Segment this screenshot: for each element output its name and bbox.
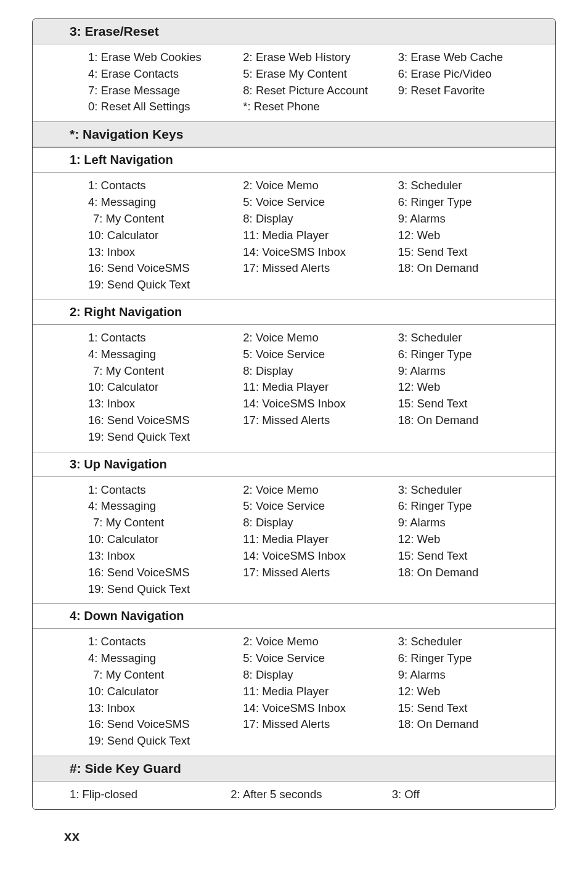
col2: 2: Voice Memo 5: Voice Service 8: Displa… bbox=[243, 178, 393, 293]
col3: 3: Scheduler 6: Ringer Type 9: Alarms 12… bbox=[398, 178, 548, 293]
list-item: 16: Send VoiceSMS bbox=[88, 412, 238, 429]
col1: 1: Contacts 4: Messaging 7: My Content 1… bbox=[88, 482, 238, 598]
col3: 3: Scheduler 6: Ringer Type 9: Alarms 12… bbox=[398, 330, 548, 446]
sub-left-navigation: 1: Left Navigation bbox=[33, 147, 555, 173]
list-item: 5: Erase My Content bbox=[243, 66, 393, 83]
content-table: 3: Erase/Reset 1: Erase Web Cookies 4: E… bbox=[32, 18, 556, 810]
list-item: 18: On Demand bbox=[398, 565, 548, 581]
list-item: 17: Missed Alerts bbox=[243, 565, 393, 581]
list-item: 8: Display bbox=[243, 363, 393, 380]
list-item: 13: Inbox bbox=[88, 244, 238, 261]
side-key-items: 1: Flip-closed 2: After 5 seconds 3: Off bbox=[33, 782, 555, 809]
list-item: 7: My Content bbox=[88, 667, 238, 684]
list-item: 13: Inbox bbox=[88, 396, 238, 412]
list-item: 9: Alarms bbox=[398, 515, 548, 531]
list-item: 4: Erase Contacts bbox=[88, 66, 238, 83]
list-item: 4: Messaging bbox=[88, 498, 238, 515]
section-erase-reset: 3: Erase/Reset bbox=[33, 19, 555, 44]
list-item: 19: Send Quick Text bbox=[88, 581, 238, 598]
list-item: 14: VoiceSMS Inbox bbox=[243, 548, 393, 565]
up-nav-items: 1: Contacts 4: Messaging 7: My Content 1… bbox=[33, 477, 555, 604]
list-item: 7: My Content bbox=[88, 363, 238, 380]
sub-right-navigation: 2: Right Navigation bbox=[33, 300, 555, 325]
list-item: 5: Voice Service bbox=[243, 194, 393, 211]
list-item: 2: Voice Memo bbox=[243, 634, 393, 650]
list-item: 9: Alarms bbox=[398, 211, 548, 227]
list-item: 8: Display bbox=[243, 667, 393, 684]
list-item: 16: Send VoiceSMS bbox=[88, 260, 238, 277]
list-item: 0: Reset All Settings bbox=[88, 99, 238, 115]
list-item: 1: Contacts bbox=[88, 330, 238, 346]
right-nav-items: 1: Contacts 4: Messaging 7: My Content 1… bbox=[33, 325, 555, 452]
list-item: 16: Send VoiceSMS bbox=[88, 716, 238, 733]
erase-reset-items: 1: Erase Web Cookies 4: Erase Contacts 7… bbox=[33, 44, 555, 121]
list-item: 6: Ringer Type bbox=[398, 650, 548, 667]
list-item: 3: Scheduler bbox=[398, 634, 548, 650]
list-item: 6: Ringer Type bbox=[398, 194, 548, 211]
list-item: 7: My Content bbox=[88, 211, 238, 227]
list-item: 1: Contacts bbox=[88, 178, 238, 194]
list-item: 17: Missed Alerts bbox=[243, 716, 393, 733]
list-item: 11: Media Player bbox=[243, 684, 393, 700]
list-item: 19: Send Quick Text bbox=[88, 277, 238, 293]
page: 3: Erase/Reset 1: Erase Web Cookies 4: E… bbox=[0, 0, 588, 863]
list-item: 2: Voice Memo bbox=[243, 482, 393, 499]
list-item: 17: Missed Alerts bbox=[243, 260, 393, 277]
list-item: *: Reset Phone bbox=[243, 99, 393, 115]
list-item: 15: Send Text bbox=[398, 244, 548, 261]
col1: 1: Erase Web Cookies 4: Erase Contacts 7… bbox=[88, 49, 238, 115]
list-item: 9: Alarms bbox=[398, 667, 548, 684]
list-item: 5: Voice Service bbox=[243, 346, 393, 363]
list-item: 14: VoiceSMS Inbox bbox=[243, 700, 393, 717]
list-item: 10: Calculator bbox=[88, 379, 238, 396]
list-item: 6: Ringer Type bbox=[398, 498, 548, 515]
list-item: 15: Send Text bbox=[398, 548, 548, 565]
list-item: 9: Reset Favorite bbox=[398, 83, 548, 99]
col2: 2: Erase Web History 5: Erase My Content… bbox=[243, 49, 393, 115]
list-item: 12: Web bbox=[398, 379, 548, 396]
list-item: 12: Web bbox=[398, 227, 548, 244]
list-item: 17: Missed Alerts bbox=[243, 412, 393, 429]
list-item: 12: Web bbox=[398, 684, 548, 700]
col2: 2: After 5 seconds bbox=[231, 786, 386, 803]
col2: 2: Voice Memo 5: Voice Service 8: Displa… bbox=[243, 330, 393, 446]
list-item: 5: Voice Service bbox=[243, 498, 393, 515]
list-item: 16: Send VoiceSMS bbox=[88, 565, 238, 581]
list-item: 1: Erase Web Cookies bbox=[88, 49, 238, 66]
list-item: 18: On Demand bbox=[398, 412, 548, 429]
list-item: 2: Erase Web History bbox=[243, 49, 393, 66]
list-item: 13: Inbox bbox=[88, 700, 238, 717]
list-item: 11: Media Player bbox=[243, 379, 393, 396]
list-item: 15: Send Text bbox=[398, 396, 548, 412]
list-item: 10: Calculator bbox=[88, 531, 238, 548]
list-item: 3: Erase Web Cache bbox=[398, 49, 548, 66]
list-item: 10: Calculator bbox=[88, 684, 238, 700]
col3: 3: Erase Web Cache 6: Erase Pic/Video 9:… bbox=[398, 49, 548, 115]
list-item: 1: Flip-closed bbox=[70, 786, 226, 803]
col1: 1: Contacts 4: Messaging 7: My Content 1… bbox=[88, 178, 238, 293]
list-item: 14: VoiceSMS Inbox bbox=[243, 396, 393, 412]
list-item: 2: Voice Memo bbox=[243, 178, 393, 194]
list-item: 15: Send Text bbox=[398, 700, 548, 717]
list-item: 7: My Content bbox=[88, 515, 238, 531]
list-item: 9: Alarms bbox=[398, 363, 548, 380]
list-item: 19: Send Quick Text bbox=[88, 733, 238, 749]
col1: 1: Flip-closed bbox=[70, 786, 226, 803]
list-item: 3: Scheduler bbox=[398, 178, 548, 194]
col1: 1: Contacts 4: Messaging 7: My Content 1… bbox=[88, 634, 238, 749]
list-item: 8: Reset Picture Account bbox=[243, 83, 393, 99]
list-item: 1: Contacts bbox=[88, 634, 238, 650]
sub-down-navigation: 4: Down Navigation bbox=[33, 603, 555, 629]
list-item: 8: Display bbox=[243, 515, 393, 531]
list-item: 19: Send Quick Text bbox=[88, 429, 238, 446]
list-item: 14: VoiceSMS Inbox bbox=[243, 244, 393, 261]
list-item: 6: Ringer Type bbox=[398, 346, 548, 363]
list-item: 3: Off bbox=[392, 786, 548, 803]
list-item: 13: Inbox bbox=[88, 548, 238, 565]
list-item: 2: After 5 seconds bbox=[231, 786, 386, 803]
list-item: 4: Messaging bbox=[88, 346, 238, 363]
col1: 1: Contacts 4: Messaging 7: My Content 1… bbox=[88, 330, 238, 446]
list-item: 7: Erase Message bbox=[88, 83, 238, 99]
list-item: 4: Messaging bbox=[88, 194, 238, 211]
list-item: 5: Voice Service bbox=[243, 650, 393, 667]
